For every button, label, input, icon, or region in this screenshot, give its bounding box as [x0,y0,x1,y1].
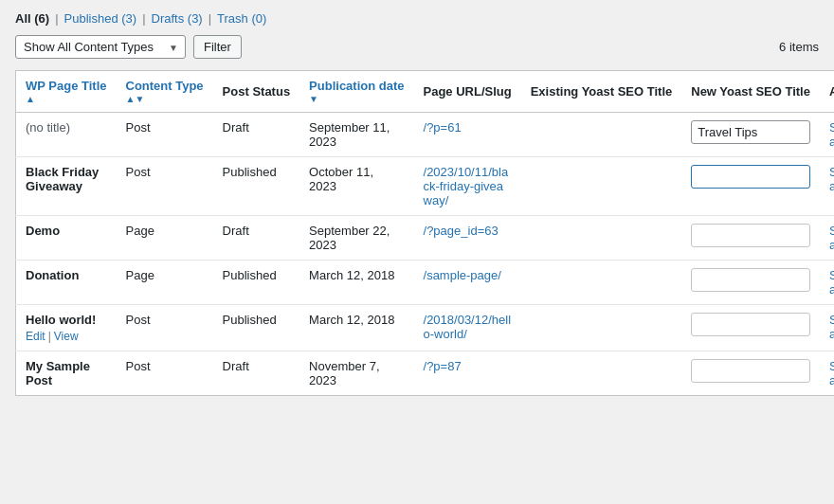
cell-url: /2018/03/12/hello-world/ [414,305,521,351]
th-post-status: Post Status [213,71,300,113]
new-seo-input[interactable] [691,224,810,247]
cell-post-status: Published [213,305,300,351]
save-link[interactable]: Save [829,359,834,373]
cell-new-seo [681,305,820,351]
cell-wp-title: Hello world!Edit|View [16,305,117,351]
save-link[interactable]: Save [829,120,834,135]
save-link[interactable]: Save [829,268,834,282]
cell-action: Save|Save all [820,113,834,157]
cell-new-seo [681,261,820,305]
th-pub-date[interactable]: Publication date ▼ [299,71,413,113]
row-action-edit[interactable]: Edit [26,330,45,343]
cell-url: /?p=61 [414,113,521,157]
cell-pub-date: September 22, 2023 [299,216,413,261]
th-existing-seo: Existing Yoast SEO Title [521,71,682,113]
th-url: Page URL/Slug [414,71,521,113]
cell-wp-title: Donation [16,261,117,305]
cell-url: /?page_id=63 [414,216,521,261]
page-url-link[interactable]: /sample-page/ [424,268,501,282]
wp-page-title: Donation [26,268,79,282]
table-row: DemoPageDraftSeptember 22, 2023/?page_id… [16,216,835,261]
cell-existing-seo [521,351,682,396]
status-all[interactable]: All (6) [15,11,49,26]
table-row: Hello world!Edit|ViewPostPublishedMarch … [16,305,835,351]
th-new-seo: New Yoast SEO Title [681,71,820,113]
status-filter-bar: All (6) | Published (3) | Drafts (3) | T… [15,11,819,26]
cell-new-seo [681,113,820,157]
cell-post-status: Draft [213,113,300,157]
cell-content-type: Post [117,305,213,351]
cell-existing-seo [521,261,682,305]
filter-button[interactable]: Filter [193,35,242,59]
cell-post-status: Published [213,157,300,216]
cell-existing-seo [521,113,682,157]
wp-page-title: My Sample Post [26,359,90,387]
new-seo-input[interactable] [691,165,810,189]
cell-post-status: Published [213,261,300,305]
table-row: DonationPagePublishedMarch 12, 2018/samp… [16,261,835,305]
table-row: (no title)PostDraftSeptember 11, 2023/?p… [16,113,835,157]
cell-action: Save|Save all [820,261,834,305]
cell-new-seo [681,216,820,261]
page-url-link[interactable]: /2023/10/11/black-friday-giveaway/ [424,165,509,207]
table-row: Black Friday GiveawayPostPublishedOctobe… [16,157,835,216]
content-table: WP Page Title ▲ Content Type ▲▼ Post Sta… [15,70,834,396]
cell-action: Save|Save all [820,157,834,216]
cell-existing-seo [521,216,682,261]
cell-existing-seo [521,157,682,216]
cell-wp-title: (no title) [16,113,117,157]
cell-url: /?p=87 [414,351,521,396]
content-type-select[interactable]: Show All Content Types Post Page [15,35,186,59]
cell-action: Save|Save all [820,305,834,351]
items-count: 6 items [779,40,819,54]
cell-new-seo [681,157,820,216]
page-url-link[interactable]: /?p=87 [424,359,462,373]
th-action: Action [820,71,834,113]
cell-content-type: Page [117,216,213,261]
status-drafts[interactable]: Drafts (3) [152,11,203,26]
content-type-select-wrapper: Show All Content Types Post Page ▼ [15,35,186,59]
row-actions: Edit|View [26,330,107,343]
page-url-link[interactable]: /?page_id=63 [424,224,499,238]
wp-page-title: Black Friday Giveaway [26,165,99,193]
th-wp-title[interactable]: WP Page Title ▲ [16,71,117,113]
cell-wp-title: My Sample Post [16,351,117,396]
cell-new-seo [681,351,820,396]
sort-updown-icon: ▲▼ [126,94,204,104]
new-seo-input[interactable] [691,268,810,292]
cell-content-type: Page [117,261,213,305]
cell-existing-seo [521,305,682,351]
page-url-link[interactable]: /2018/03/12/hello-world/ [424,313,512,341]
status-published[interactable]: Published (3) [64,11,137,26]
cell-content-type: Post [117,157,213,216]
filter-bar: Show All Content Types Post Page ▼ Filte… [15,35,819,59]
new-seo-input[interactable] [691,120,810,144]
cell-pub-date: March 12, 2018 [299,261,413,305]
cell-post-status: Draft [213,216,300,261]
cell-post-status: Draft [213,351,300,396]
new-seo-input[interactable] [691,359,810,383]
cell-content-type: Post [117,113,213,157]
sort-up-icon: ▲ [26,94,107,104]
cell-wp-title: Demo [16,216,117,261]
cell-action: Save|Save all [820,351,834,396]
page-url-link[interactable]: /?p=61 [424,120,462,135]
new-seo-input[interactable] [691,313,810,336]
save-link[interactable]: Save [829,224,834,238]
filter-left: Show All Content Types Post Page ▼ Filte… [15,35,242,59]
cell-url: /2023/10/11/black-friday-giveaway/ [414,157,521,216]
table-header-row: WP Page Title ▲ Content Type ▲▼ Post Sta… [16,71,835,113]
cell-url: /sample-page/ [414,261,521,305]
wp-page-title: (no title) [26,120,70,135]
save-link[interactable]: Save [829,165,834,179]
th-content-type[interactable]: Content Type ▲▼ [117,71,213,113]
wp-page-title: Hello world! [26,313,96,327]
row-action-view[interactable]: View [54,330,79,343]
save-link[interactable]: Save [829,313,834,327]
cell-pub-date: October 11, 2023 [299,157,413,216]
table-row: My Sample PostPostDraftNovember 7, 2023/… [16,351,835,396]
cell-content-type: Post [117,351,213,396]
cell-pub-date: September 11, 2023 [299,113,413,157]
status-trash[interactable]: Trash (0) [217,11,266,26]
sort-down-icon: ▼ [309,94,404,104]
